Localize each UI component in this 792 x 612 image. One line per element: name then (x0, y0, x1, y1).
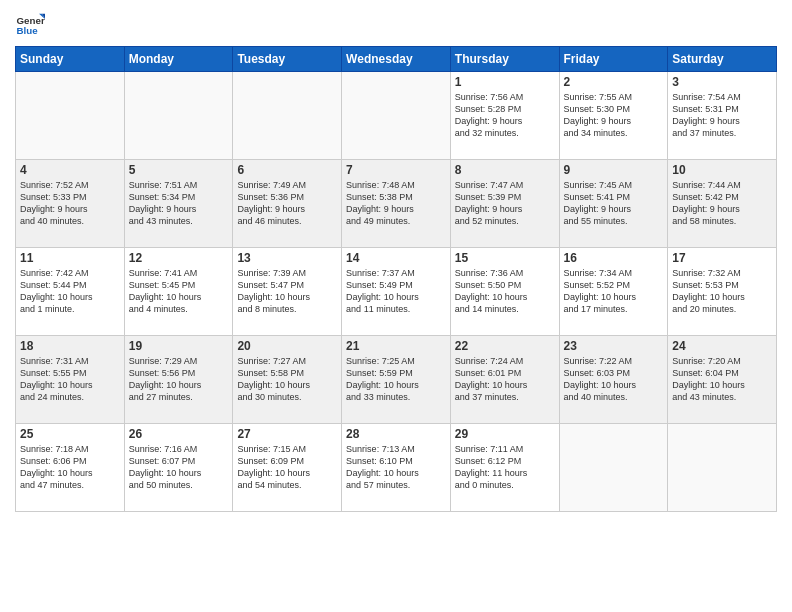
calendar-day-cell: 4Sunrise: 7:52 AM Sunset: 5:33 PM Daylig… (16, 160, 125, 248)
day-number: 9 (564, 163, 664, 177)
calendar-day-cell: 28Sunrise: 7:13 AM Sunset: 6:10 PM Dayli… (342, 424, 451, 512)
svg-text:General: General (17, 15, 46, 26)
calendar-day-cell: 26Sunrise: 7:16 AM Sunset: 6:07 PM Dayli… (124, 424, 233, 512)
day-number: 28 (346, 427, 446, 441)
day-number: 22 (455, 339, 555, 353)
day-number: 23 (564, 339, 664, 353)
day-info: Sunrise: 7:49 AM Sunset: 5:36 PM Dayligh… (237, 179, 337, 228)
day-info: Sunrise: 7:42 AM Sunset: 5:44 PM Dayligh… (20, 267, 120, 316)
calendar-day-cell: 5Sunrise: 7:51 AM Sunset: 5:34 PM Daylig… (124, 160, 233, 248)
day-number: 10 (672, 163, 772, 177)
calendar-day-cell: 27Sunrise: 7:15 AM Sunset: 6:09 PM Dayli… (233, 424, 342, 512)
day-info: Sunrise: 7:47 AM Sunset: 5:39 PM Dayligh… (455, 179, 555, 228)
calendar-week-row: 11Sunrise: 7:42 AM Sunset: 5:44 PM Dayli… (16, 248, 777, 336)
day-number: 4 (20, 163, 120, 177)
day-info: Sunrise: 7:51 AM Sunset: 5:34 PM Dayligh… (129, 179, 229, 228)
calendar-day-header: Tuesday (233, 47, 342, 72)
day-info: Sunrise: 7:34 AM Sunset: 5:52 PM Dayligh… (564, 267, 664, 316)
day-info: Sunrise: 7:55 AM Sunset: 5:30 PM Dayligh… (564, 91, 664, 140)
day-number: 27 (237, 427, 337, 441)
day-number: 19 (129, 339, 229, 353)
calendar-week-row: 18Sunrise: 7:31 AM Sunset: 5:55 PM Dayli… (16, 336, 777, 424)
day-info: Sunrise: 7:15 AM Sunset: 6:09 PM Dayligh… (237, 443, 337, 492)
day-number: 3 (672, 75, 772, 89)
day-number: 26 (129, 427, 229, 441)
day-info: Sunrise: 7:37 AM Sunset: 5:49 PM Dayligh… (346, 267, 446, 316)
day-number: 21 (346, 339, 446, 353)
calendar-day-header: Saturday (668, 47, 777, 72)
calendar-day-header: Sunday (16, 47, 125, 72)
day-info: Sunrise: 7:29 AM Sunset: 5:56 PM Dayligh… (129, 355, 229, 404)
day-number: 16 (564, 251, 664, 265)
day-info: Sunrise: 7:48 AM Sunset: 5:38 PM Dayligh… (346, 179, 446, 228)
calendar-day-cell: 12Sunrise: 7:41 AM Sunset: 5:45 PM Dayli… (124, 248, 233, 336)
day-number: 17 (672, 251, 772, 265)
day-number: 5 (129, 163, 229, 177)
day-info: Sunrise: 7:41 AM Sunset: 5:45 PM Dayligh… (129, 267, 229, 316)
day-info: Sunrise: 7:56 AM Sunset: 5:28 PM Dayligh… (455, 91, 555, 140)
calendar-day-cell: 7Sunrise: 7:48 AM Sunset: 5:38 PM Daylig… (342, 160, 451, 248)
calendar-day-cell: 13Sunrise: 7:39 AM Sunset: 5:47 PM Dayli… (233, 248, 342, 336)
day-info: Sunrise: 7:44 AM Sunset: 5:42 PM Dayligh… (672, 179, 772, 228)
day-info: Sunrise: 7:54 AM Sunset: 5:31 PM Dayligh… (672, 91, 772, 140)
calendar-day-cell: 2Sunrise: 7:55 AM Sunset: 5:30 PM Daylig… (559, 72, 668, 160)
day-info: Sunrise: 7:18 AM Sunset: 6:06 PM Dayligh… (20, 443, 120, 492)
day-info: Sunrise: 7:11 AM Sunset: 6:12 PM Dayligh… (455, 443, 555, 492)
calendar-header-row: SundayMondayTuesdayWednesdayThursdayFrid… (16, 47, 777, 72)
calendar-day-header: Wednesday (342, 47, 451, 72)
calendar-day-header: Friday (559, 47, 668, 72)
day-number: 7 (346, 163, 446, 177)
calendar-day-cell: 1Sunrise: 7:56 AM Sunset: 5:28 PM Daylig… (450, 72, 559, 160)
day-number: 29 (455, 427, 555, 441)
calendar-day-cell: 9Sunrise: 7:45 AM Sunset: 5:41 PM Daylig… (559, 160, 668, 248)
calendar-week-row: 25Sunrise: 7:18 AM Sunset: 6:06 PM Dayli… (16, 424, 777, 512)
day-number: 6 (237, 163, 337, 177)
logo-icon: General Blue (15, 10, 45, 40)
svg-text:Blue: Blue (17, 25, 39, 36)
day-number: 24 (672, 339, 772, 353)
calendar-table: SundayMondayTuesdayWednesdayThursdayFrid… (15, 46, 777, 512)
calendar-day-cell: 10Sunrise: 7:44 AM Sunset: 5:42 PM Dayli… (668, 160, 777, 248)
day-number: 18 (20, 339, 120, 353)
calendar-week-row: 1Sunrise: 7:56 AM Sunset: 5:28 PM Daylig… (16, 72, 777, 160)
day-number: 2 (564, 75, 664, 89)
calendar-day-cell: 8Sunrise: 7:47 AM Sunset: 5:39 PM Daylig… (450, 160, 559, 248)
day-number: 8 (455, 163, 555, 177)
day-info: Sunrise: 7:27 AM Sunset: 5:58 PM Dayligh… (237, 355, 337, 404)
day-info: Sunrise: 7:31 AM Sunset: 5:55 PM Dayligh… (20, 355, 120, 404)
calendar-day-cell: 29Sunrise: 7:11 AM Sunset: 6:12 PM Dayli… (450, 424, 559, 512)
calendar-day-cell: 18Sunrise: 7:31 AM Sunset: 5:55 PM Dayli… (16, 336, 125, 424)
calendar-day-cell: 3Sunrise: 7:54 AM Sunset: 5:31 PM Daylig… (668, 72, 777, 160)
calendar-day-cell (16, 72, 125, 160)
day-number: 15 (455, 251, 555, 265)
day-info: Sunrise: 7:22 AM Sunset: 6:03 PM Dayligh… (564, 355, 664, 404)
day-number: 11 (20, 251, 120, 265)
day-info: Sunrise: 7:52 AM Sunset: 5:33 PM Dayligh… (20, 179, 120, 228)
logo: General Blue (15, 10, 45, 40)
day-number: 13 (237, 251, 337, 265)
day-info: Sunrise: 7:36 AM Sunset: 5:50 PM Dayligh… (455, 267, 555, 316)
day-info: Sunrise: 7:20 AM Sunset: 6:04 PM Dayligh… (672, 355, 772, 404)
day-number: 25 (20, 427, 120, 441)
calendar-day-cell: 21Sunrise: 7:25 AM Sunset: 5:59 PM Dayli… (342, 336, 451, 424)
day-info: Sunrise: 7:24 AM Sunset: 6:01 PM Dayligh… (455, 355, 555, 404)
day-info: Sunrise: 7:16 AM Sunset: 6:07 PM Dayligh… (129, 443, 229, 492)
day-number: 12 (129, 251, 229, 265)
calendar-day-cell: 14Sunrise: 7:37 AM Sunset: 5:49 PM Dayli… (342, 248, 451, 336)
day-number: 1 (455, 75, 555, 89)
calendar-day-cell: 6Sunrise: 7:49 AM Sunset: 5:36 PM Daylig… (233, 160, 342, 248)
calendar-day-cell: 15Sunrise: 7:36 AM Sunset: 5:50 PM Dayli… (450, 248, 559, 336)
calendar-day-header: Thursday (450, 47, 559, 72)
calendar-day-cell: 11Sunrise: 7:42 AM Sunset: 5:44 PM Dayli… (16, 248, 125, 336)
calendar-day-cell: 22Sunrise: 7:24 AM Sunset: 6:01 PM Dayli… (450, 336, 559, 424)
calendar-day-cell: 24Sunrise: 7:20 AM Sunset: 6:04 PM Dayli… (668, 336, 777, 424)
calendar-week-row: 4Sunrise: 7:52 AM Sunset: 5:33 PM Daylig… (16, 160, 777, 248)
day-number: 20 (237, 339, 337, 353)
calendar-day-cell (559, 424, 668, 512)
page-container: General Blue SundayMondayTuesdayWednesda… (0, 0, 792, 517)
header: General Blue (15, 10, 777, 40)
calendar-day-cell: 20Sunrise: 7:27 AM Sunset: 5:58 PM Dayli… (233, 336, 342, 424)
day-info: Sunrise: 7:32 AM Sunset: 5:53 PM Dayligh… (672, 267, 772, 316)
calendar-day-cell (124, 72, 233, 160)
calendar-day-cell: 17Sunrise: 7:32 AM Sunset: 5:53 PM Dayli… (668, 248, 777, 336)
